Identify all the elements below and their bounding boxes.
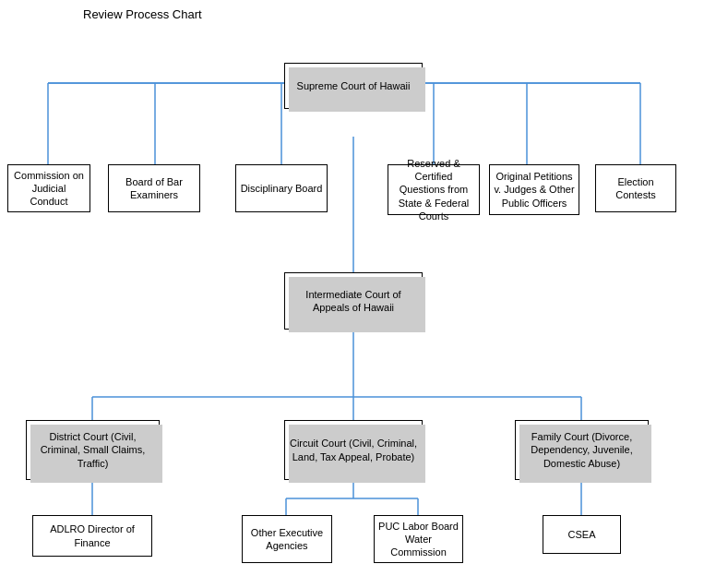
ica-box: Intermediate Court of Appeals of Hawaii (284, 272, 423, 330)
commission-box: Commission on Judicial Conduct (7, 164, 90, 212)
page-title: Review Process Chart (83, 7, 202, 21)
original-petitions-box: Original Petitions v. Judges & Other Pub… (489, 164, 579, 215)
puc-box: PUC Labor Board Water Commission (374, 515, 463, 563)
adlro-box: ADLRO Director of Finance (32, 515, 152, 557)
csea-box: CSEA (543, 515, 621, 554)
disciplinary-box: Disciplinary Board (235, 164, 328, 212)
family-court-box: Family Court (Divorce, Dependency, Juven… (515, 420, 649, 480)
bar-examiners-box: Board of Bar Examiners (108, 164, 200, 212)
other-exec-box: Other Executive Agencies (242, 515, 332, 563)
reserved-box: Reserved & Certified Questions from Stat… (388, 164, 480, 215)
supreme-court-box: Supreme Court of Hawaii (284, 63, 423, 109)
election-contests-box: Election Contests (595, 164, 676, 212)
circuit-court-box: Circuit Court (Civil, Criminal, Land, Ta… (284, 420, 423, 480)
district-court-box: District Court (Civil, Criminal, Small C… (26, 420, 160, 480)
